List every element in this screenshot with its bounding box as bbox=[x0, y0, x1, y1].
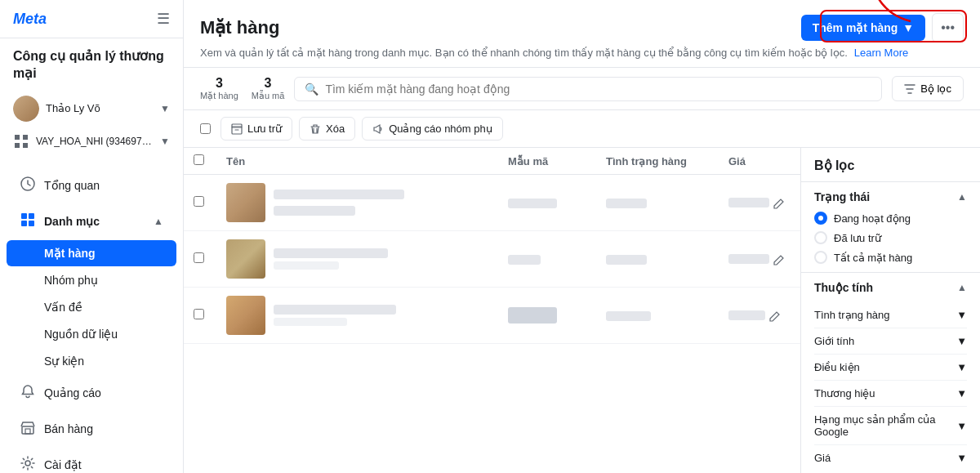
meta-logo-icon: Meta bbox=[13, 11, 62, 27]
filter-attr-thuong-hieu[interactable]: Thương hiệu ▼ bbox=[814, 381, 967, 407]
svg-rect-1 bbox=[15, 135, 20, 140]
row-edit-icon[interactable] bbox=[773, 252, 786, 266]
page-title-row: Mặt hàng Thêm mặt hàng ▼ ••• bbox=[200, 13, 964, 42]
row-name-cell bbox=[216, 175, 498, 231]
product-cell bbox=[226, 183, 488, 222]
filter-trang-thai-title: Trạng thái bbox=[814, 190, 870, 203]
table-row bbox=[184, 175, 800, 231]
radio-dang-hoat-dong-label: Đang hoạt động bbox=[834, 212, 911, 225]
trash-icon bbox=[310, 123, 321, 135]
page-header: Mặt hàng Thêm mặt hàng ▼ ••• bbox=[184, 0, 980, 68]
shop-selector[interactable]: VAY_HOA_NHI (9346970305... ▼ bbox=[0, 128, 183, 154]
sidebar-item-quang-cao[interactable]: Quảng cáo bbox=[7, 376, 176, 410]
row-edit-icon[interactable] bbox=[773, 196, 786, 209]
filter-thuoc-tinh-header[interactable]: Thuộc tính ▲ bbox=[814, 281, 967, 294]
table-area: Tên Mẫu mã Tình trạng hàng Giá bbox=[184, 148, 800, 473]
row-stock bbox=[606, 311, 651, 321]
sidebar-item-danh-muc[interactable]: Danh mục ▲ bbox=[7, 204, 176, 239]
ads-label: Quảng cáo nhóm phụ bbox=[389, 123, 492, 135]
filter-attr-hang-muc[interactable]: Hạng mục sản phẩm của Google ▼ bbox=[814, 407, 967, 445]
sidebar-item-mat-hang[interactable]: Mặt hàng bbox=[7, 240, 176, 266]
col-mau-ma: Mẫu mã bbox=[498, 148, 596, 175]
filter-attr-label: Giá bbox=[814, 452, 831, 464]
search-icon: 🔍 bbox=[305, 83, 318, 96]
row-checkbox[interactable] bbox=[194, 309, 204, 319]
add-item-button[interactable]: Thêm mặt hàng ▼ bbox=[801, 15, 926, 41]
row-stock-cell bbox=[596, 231, 719, 288]
product-info bbox=[274, 190, 404, 216]
filter-attr-chevron-icon: ▼ bbox=[956, 387, 967, 399]
sidebar-item-ban-hang[interactable]: Bán hàng bbox=[7, 412, 176, 446]
col-tinh-trang: Tình trạng hàng bbox=[596, 148, 719, 175]
hamburger-icon[interactable]: ☰ bbox=[157, 10, 170, 28]
learn-more-link[interactable]: Learn More bbox=[854, 47, 908, 59]
col-select-all[interactable] bbox=[194, 154, 204, 165]
row-edit-icon[interactable] bbox=[768, 309, 782, 322]
mat-hang-count: 3 bbox=[200, 76, 238, 91]
filter-option-tat-ca[interactable]: Tất cả mặt hàng bbox=[814, 251, 967, 264]
sidebar-item-van-de[interactable]: Vấn đề bbox=[7, 294, 176, 320]
danh-muc-collapse-icon: ▲ bbox=[154, 216, 163, 227]
ads-button[interactable]: Quảng cáo nhóm phụ bbox=[362, 117, 503, 141]
search-input[interactable] bbox=[325, 83, 871, 96]
radio-tat-ca bbox=[814, 251, 827, 264]
row-stock-cell bbox=[596, 288, 719, 344]
svg-rect-8 bbox=[21, 221, 27, 226]
filter-attr-tinh-trang-hang[interactable]: Tình trạng hàng ▼ bbox=[814, 302, 967, 328]
filter-attr-label: Hạng mục sản phẩm của Google bbox=[814, 413, 956, 438]
row-price bbox=[728, 310, 765, 320]
toolbar: 3 Mặt hàng 3 Mẫu mã 🔍 Bộ lọc bbox=[184, 68, 980, 110]
filter-attr-label: Thương hiệu bbox=[814, 387, 875, 399]
row-stock bbox=[606, 255, 647, 265]
filter-attr-gioi-tinh[interactable]: Giới tính ▼ bbox=[814, 328, 967, 355]
sidebar-item-su-kien[interactable]: Sự kiện bbox=[7, 348, 176, 374]
row-sku-cell bbox=[498, 288, 596, 344]
page-title: Mặt hàng bbox=[200, 17, 279, 38]
row-sku bbox=[508, 199, 557, 208]
filter-trang-thai-header[interactable]: Trạng thái ▲ bbox=[814, 190, 967, 203]
sidebar-item-label-nhom-phu: Nhóm phụ bbox=[44, 274, 98, 287]
filter-section-thuoc-tinh: Thuộc tính ▲ Tình trạng hàng ▼ Giới tính… bbox=[801, 272, 980, 473]
row-price-cell bbox=[719, 175, 800, 231]
filter-trang-thai-chevron-icon: ▲ bbox=[957, 191, 967, 203]
delete-button[interactable]: Xóa bbox=[299, 117, 355, 141]
sidebar-item-nhom-phu[interactable]: Nhóm phụ bbox=[7, 267, 176, 293]
filter-label: Bộ lọc bbox=[920, 83, 951, 95]
row-checkbox[interactable] bbox=[194, 196, 204, 207]
filter-option-da-luu-tru[interactable]: Đã lưu trữ bbox=[814, 231, 967, 244]
row-price-cell bbox=[719, 231, 800, 288]
sidebar-item-tong-quan[interactable]: Tổng quan bbox=[7, 168, 176, 203]
avatar bbox=[13, 96, 39, 122]
main-content: Mặt hàng Thêm mặt hàng ▼ ••• bbox=[184, 0, 980, 473]
search-box[interactable]: 🔍 bbox=[294, 77, 882, 101]
select-all-checkbox[interactable] bbox=[200, 123, 211, 134]
sidebar-item-label-mat-hang: Mặt hàng bbox=[44, 247, 96, 260]
filter-attr-label: Điều kiện bbox=[814, 361, 860, 373]
sidebar-item-nguon-du-lieu[interactable]: Nguồn dữ liệu bbox=[7, 321, 176, 347]
svg-rect-7 bbox=[29, 213, 34, 219]
archive-button[interactable]: Lưu trữ bbox=[220, 117, 292, 141]
filter-attr-list: Tình trạng hàng ▼ Giới tính ▼ Điều kiện … bbox=[814, 302, 967, 471]
radio-da-luu-tru bbox=[814, 231, 827, 244]
row-checkbox[interactable] bbox=[194, 252, 204, 263]
account-chevron-icon: ▼ bbox=[160, 103, 170, 114]
more-options-button[interactable]: ••• bbox=[932, 13, 964, 42]
filter-option-dang-hoat-dong[interactable]: Đang hoạt động bbox=[814, 212, 967, 225]
account-selector[interactable]: Thảo Ly Võ ▼ bbox=[0, 89, 183, 128]
filter-attr-label: Tình trạng hàng bbox=[814, 309, 890, 321]
sidebar-item-cai-dat[interactable]: Cài đặt bbox=[7, 448, 176, 473]
filter-attr-chevron-icon: ▼ bbox=[956, 335, 967, 347]
stats-group: 3 Mặt hàng 3 Mẫu mã bbox=[200, 76, 284, 101]
filter-button[interactable]: Bộ lọc bbox=[892, 76, 964, 101]
mau-ma-label: Mẫu mã bbox=[252, 91, 285, 101]
sidebar-item-label-su-kien: Sự kiện bbox=[44, 355, 84, 368]
product-image bbox=[226, 296, 265, 335]
filter-attr-chevron-icon: ▼ bbox=[956, 361, 967, 373]
filter-attr-gia[interactable]: Giá ▼ bbox=[814, 445, 967, 471]
delete-label: Xóa bbox=[326, 123, 345, 135]
row-checkbox-cell bbox=[184, 231, 216, 288]
row-sku bbox=[508, 255, 541, 265]
app-title: Công cụ quản lý thương mại bbox=[0, 38, 183, 89]
radio-dang-hoat-dong bbox=[814, 212, 827, 225]
filter-attr-dieu-kien[interactable]: Điều kiện ▼ bbox=[814, 355, 967, 381]
